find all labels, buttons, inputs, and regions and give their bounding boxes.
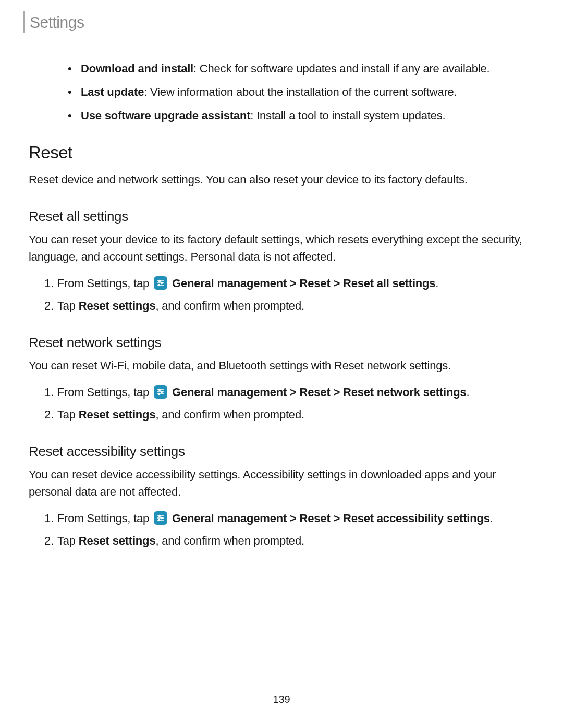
step-text-bold: Reset settings xyxy=(79,299,156,312)
reset-intro: Reset device and network settings. You c… xyxy=(29,171,534,188)
svg-point-5 xyxy=(158,284,160,286)
page-header: Settings xyxy=(23,10,534,34)
step-text-bold: General management > Reset > Reset acces… xyxy=(169,512,490,525)
heading-reset: Reset xyxy=(29,140,534,166)
step-number: 1. xyxy=(44,510,54,527)
reset-all-intro: You can reset your device to its factory… xyxy=(29,231,534,265)
heading-reset-all: Reset all settings xyxy=(29,206,534,227)
step-text-pre: Tap xyxy=(57,408,79,421)
step-number: 2. xyxy=(44,297,54,314)
list-item: 2. Tap Reset settings, and confirm when … xyxy=(44,532,534,549)
heading-reset-accessibility: Reset accessibility settings xyxy=(29,441,534,462)
step-text-bold: Reset settings xyxy=(79,408,156,421)
step-text-post: , and confirm when prompted. xyxy=(155,534,304,547)
reset-accessibility-intro: You can reset device accessibility setti… xyxy=(29,466,534,500)
list-item: 1. From Settings, tap General management… xyxy=(44,384,534,401)
svg-point-17 xyxy=(158,519,160,521)
step-text-bold: Reset settings xyxy=(79,534,156,547)
step-text-post: , and confirm when prompted. xyxy=(155,299,304,312)
bullet-label: Download and install xyxy=(81,62,193,75)
step-text-bold: General management > Reset > Reset netwo… xyxy=(169,386,466,399)
bullet-desc: : Check for software updates and install… xyxy=(193,62,489,75)
reset-accessibility-steps: 1. From Settings, tap General management… xyxy=(44,510,534,549)
step-text-pre: From Settings, tap xyxy=(57,512,152,525)
step-text-pre: From Settings, tap xyxy=(57,386,152,399)
general-management-icon xyxy=(154,276,167,290)
reset-all-steps: 1. From Settings, tap General management… xyxy=(44,275,534,314)
bullet-last-update: Last update: View information about the … xyxy=(68,83,534,101)
bullet-download-install: Download and install: Check for software… xyxy=(68,60,534,77)
list-item: 1. From Settings, tap General management… xyxy=(44,510,534,527)
bullet-desc: : View information about the installatio… xyxy=(144,85,457,98)
step-number: 1. xyxy=(44,275,54,292)
svg-point-7 xyxy=(159,389,161,390)
bullet-label: Use software upgrade assistant xyxy=(81,109,250,122)
step-period: . xyxy=(435,277,438,290)
general-management-icon xyxy=(154,385,167,399)
heading-reset-network: Reset network settings xyxy=(29,332,534,353)
step-number: 1. xyxy=(44,384,54,401)
reset-network-steps: 1. From Settings, tap General management… xyxy=(44,384,534,423)
step-text-bold: General management > Reset > Reset all s… xyxy=(169,277,435,290)
bullet-desc: : Install a tool to install system updat… xyxy=(250,109,445,122)
step-number: 2. xyxy=(44,532,54,549)
page-number: 139 xyxy=(273,692,290,707)
bullet-upgrade-assistant: Use software upgrade assistant: Install … xyxy=(68,107,534,124)
svg-point-13 xyxy=(159,515,161,516)
svg-point-3 xyxy=(161,282,163,283)
svg-point-9 xyxy=(161,391,163,392)
step-text-post: , and confirm when prompted. xyxy=(155,408,304,421)
step-period: . xyxy=(490,512,493,525)
svg-point-15 xyxy=(161,517,163,519)
list-item: 2. Tap Reset settings, and confirm when … xyxy=(44,406,534,423)
reset-network-intro: You can reset Wi-Fi, mobile data, and Bl… xyxy=(29,357,534,374)
header-title: Settings xyxy=(30,10,84,34)
list-item: 2. Tap Reset settings, and confirm when … xyxy=(44,297,534,314)
step-text-pre: From Settings, tap xyxy=(57,277,152,290)
step-number: 2. xyxy=(44,406,54,423)
step-text-pre: Tap xyxy=(57,534,79,547)
general-management-icon xyxy=(154,511,167,525)
bullet-label: Last update xyxy=(81,85,144,98)
list-item: 1. From Settings, tap General management… xyxy=(44,275,534,292)
svg-point-1 xyxy=(159,280,161,281)
step-period: . xyxy=(466,386,469,399)
header-divider xyxy=(23,11,25,33)
software-update-bullets: Download and install: Check for software… xyxy=(68,60,534,124)
step-text-pre: Tap xyxy=(57,299,79,312)
svg-point-11 xyxy=(158,393,160,394)
